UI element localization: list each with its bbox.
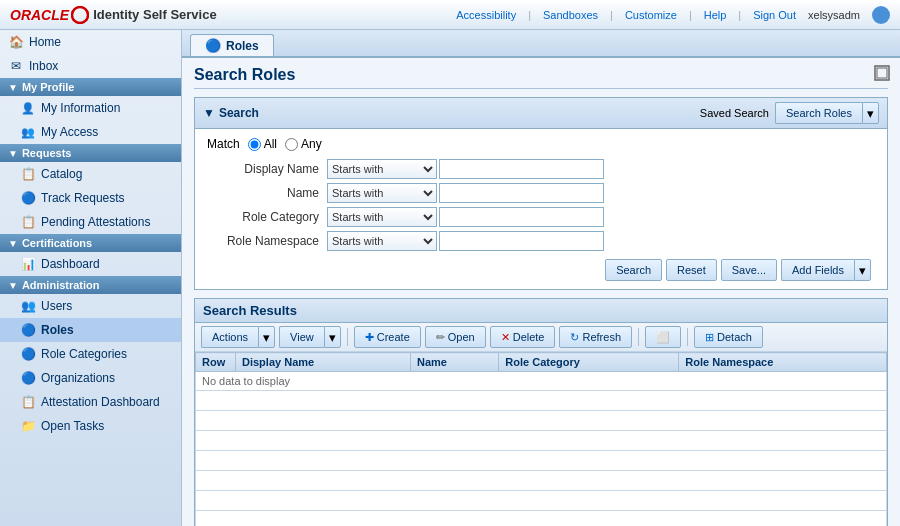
no-data-cell: No data to display <box>196 372 887 391</box>
search-panel-header: ▼ Search Saved Search Search Roles ▾ <box>195 98 887 129</box>
search-collapse-arrow[interactable]: ▼ <box>203 106 215 120</box>
col-name[interactable]: Name <box>411 353 499 372</box>
add-fields-button[interactable]: Add Fields <box>781 259 854 281</box>
role-categories-icon: 🔵 <box>20 346 36 362</box>
roles-tab[interactable]: 🔵 Roles <box>190 34 274 56</box>
sign-out-link[interactable]: Sign Out <box>753 9 796 21</box>
add-fields-split[interactable]: Add Fields ▾ <box>781 259 871 281</box>
view-split[interactable]: View ▾ <box>279 326 341 348</box>
actions-arrow-button[interactable]: ▾ <box>258 326 275 348</box>
certifications-label: Certifications <box>22 237 92 249</box>
sidebar-item-role-categories[interactable]: 🔵 Role Categories <box>0 342 181 366</box>
sidebar-item-inbox[interactable]: ✉ Inbox <box>0 54 181 78</box>
sidebar-section-my-profile[interactable]: ▼ My Profile <box>0 78 181 96</box>
requests-label: Requests <box>22 147 72 159</box>
table-row-empty-2 <box>196 411 887 431</box>
col-role-category[interactable]: Role Category <box>499 353 679 372</box>
actions-button[interactable]: Actions <box>201 326 258 348</box>
open-button[interactable]: ✏ Open <box>425 326 486 348</box>
accessibility-link[interactable]: Accessibility <box>456 9 516 21</box>
sidebar-item-home[interactable]: 🏠 Home <box>0 30 181 54</box>
add-fields-arrow-button[interactable]: ▾ <box>854 259 871 281</box>
sidebar-item-roles[interactable]: 🔵 Roles <box>0 318 181 342</box>
col-role-namespace[interactable]: Role Namespace <box>679 353 887 372</box>
app-title: Identity Self Service <box>93 7 217 22</box>
attestation-dashboard-icon: 📋 <box>20 394 36 410</box>
my-access-icon: 👥 <box>20 124 36 140</box>
refresh-button[interactable]: ↻ Refresh <box>559 326 632 348</box>
roles-tab-label: Roles <box>226 39 259 53</box>
name-operator[interactable]: Starts with <box>327 183 437 203</box>
requests-arrow: ▼ <box>8 148 18 159</box>
view-arrow-button[interactable]: ▾ <box>324 326 341 348</box>
inbox-icon: ✉ <box>8 58 24 74</box>
sidebar-item-track-requests[interactable]: 🔵 Track Requests <box>0 186 181 210</box>
role-category-operator[interactable]: Starts with <box>327 207 437 227</box>
sidebar-item-catalog[interactable]: 📋 Catalog <box>0 162 181 186</box>
sandboxes-link[interactable]: Sandboxes <box>543 9 598 21</box>
header-logo: ORACLE Identity Self Service <box>10 6 217 24</box>
sidebar-item-dashboard-label: Dashboard <box>41 257 100 271</box>
name-label: Name <box>207 186 327 200</box>
delete-button[interactable]: ✕ Delete <box>490 326 556 348</box>
match-any-radio[interactable] <box>285 138 298 151</box>
view-button[interactable]: View <box>279 326 324 348</box>
display-name-input[interactable] <box>439 159 604 179</box>
sidebar-item-roles-label: Roles <box>41 323 74 337</box>
delete-label: Delete <box>513 331 545 343</box>
match-all-radio[interactable] <box>248 138 261 151</box>
col-display-name[interactable]: Display Name <box>236 353 411 372</box>
oracle-logo-icon <box>71 6 89 24</box>
administration-label: Administration <box>22 279 100 291</box>
role-category-input[interactable] <box>439 207 604 227</box>
maximize-button[interactable] <box>874 65 890 84</box>
display-name-row: Display Name Starts with <box>207 159 875 179</box>
role-category-label: Role Category <box>207 210 327 224</box>
sidebar-section-administration[interactable]: ▼ Administration <box>0 276 181 294</box>
sidebar-item-users-label: Users <box>41 299 72 313</box>
match-row: Match All Any <box>207 137 875 151</box>
help-link[interactable]: Help <box>704 9 727 21</box>
certifications-arrow: ▼ <box>8 238 18 249</box>
sidebar-item-my-access[interactable]: 👥 My Access <box>0 120 181 144</box>
refresh-label: Refresh <box>582 331 621 343</box>
search-button[interactable]: Search <box>605 259 662 281</box>
table-row-empty-1 <box>196 391 887 411</box>
detach-button[interactable]: ⊞ Detach <box>694 326 763 348</box>
role-namespace-operator[interactable]: Starts with <box>327 231 437 251</box>
maximize-icon <box>874 65 890 81</box>
export-button[interactable]: ⬜ <box>645 326 681 348</box>
saved-search-button[interactable]: Search Roles <box>775 102 862 124</box>
save-button[interactable]: Save... <box>721 259 777 281</box>
sidebar-item-organizations[interactable]: 🔵 Organizations <box>0 366 181 390</box>
pending-attestations-icon: 📋 <box>20 214 36 230</box>
name-input[interactable] <box>439 183 604 203</box>
match-any-label[interactable]: Any <box>285 137 322 151</box>
sidebar-section-certifications[interactable]: ▼ Certifications <box>0 234 181 252</box>
saved-search-arrow-button[interactable]: ▾ <box>862 102 879 124</box>
match-all-label[interactable]: All <box>248 137 277 151</box>
table-header-row: Row Display Name Name Role Category Role… <box>196 353 887 372</box>
results-table: Row Display Name Name Role Category Role… <box>195 352 887 526</box>
reset-button[interactable]: Reset <box>666 259 717 281</box>
saved-search-dropdown[interactable]: Search Roles ▾ <box>775 102 879 124</box>
sidebar-item-my-information[interactable]: 👤 My Information <box>0 96 181 120</box>
create-button[interactable]: ✚ Create <box>354 326 421 348</box>
user-avatar <box>872 6 890 24</box>
sidebar-item-role-categories-label: Role Categories <box>41 347 127 361</box>
actions-split[interactable]: Actions ▾ <box>201 326 275 348</box>
sidebar-item-pending-attestations[interactable]: 📋 Pending Attestations <box>0 210 181 234</box>
sidebar-item-open-tasks[interactable]: 📁 Open Tasks <box>0 414 181 438</box>
search-form: Match All Any Display Name S <box>195 129 887 289</box>
customize-link[interactable]: Customize <box>625 9 677 21</box>
role-category-row: Role Category Starts with <box>207 207 875 227</box>
sidebar-item-users[interactable]: 👥 Users <box>0 294 181 318</box>
home-icon: 🏠 <box>8 34 24 50</box>
sidebar-item-dashboard[interactable]: 📊 Dashboard <box>0 252 181 276</box>
sidebar-item-attestation-dashboard[interactable]: 📋 Attestation Dashboard <box>0 390 181 414</box>
display-name-operator[interactable]: Starts with <box>327 159 437 179</box>
sidebar-item-home-label: Home <box>29 35 61 49</box>
role-namespace-input[interactable] <box>439 231 604 251</box>
sidebar-section-requests[interactable]: ▼ Requests <box>0 144 181 162</box>
header-nav: Accessibility | Sandboxes | Customize | … <box>456 6 890 24</box>
